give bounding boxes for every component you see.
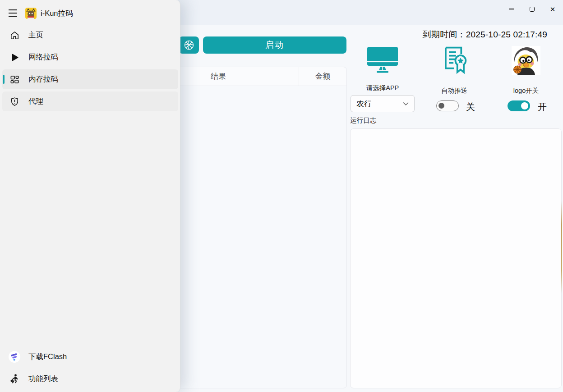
window-controls: ✕ bbox=[501, 0, 563, 20]
sidebar-bottom: 下载FClash 功能列表 bbox=[2, 347, 178, 389]
sidebar-item-download-fclash[interactable]: 下载FClash bbox=[2, 347, 178, 367]
sidebar-item-label: 主页 bbox=[28, 30, 43, 40]
play-icon bbox=[9, 52, 20, 63]
app-select-value: 农行 bbox=[356, 99, 372, 109]
auto-push-toggle[interactable] bbox=[436, 100, 459, 111]
maximize-icon bbox=[530, 7, 535, 12]
sidebar-nav: 主页 网络拉码 内存拉码 bbox=[2, 25, 178, 111]
fclash-icon bbox=[9, 351, 20, 363]
sidebar-item-memory-pull[interactable]: 内存拉码 bbox=[2, 69, 178, 89]
sidebar-item-label: 代理 bbox=[28, 96, 43, 106]
app-title: i-Kun拉码 bbox=[41, 9, 73, 18]
close-icon: ✕ bbox=[550, 6, 556, 13]
sidebar-item-feature-list[interactable]: 功能列表 bbox=[2, 369, 178, 389]
logo-switch-toggle[interactable] bbox=[508, 100, 530, 111]
app-logo-icon bbox=[25, 8, 37, 19]
app-window: ✕ 到期时间：2025-10-25 02:17:49 启动 结果 金额 bbox=[0, 0, 563, 392]
log-gold-accent bbox=[561, 201, 562, 293]
run-log-title: 运行日志 bbox=[350, 116, 376, 125]
home-icon bbox=[9, 30, 20, 41]
chevron-down-icon bbox=[403, 102, 409, 106]
auto-push-state: 关 bbox=[466, 101, 475, 113]
run-log-panel bbox=[350, 128, 562, 388]
basketball-player-icon bbox=[9, 374, 20, 384]
grid-icon bbox=[9, 74, 20, 85]
toggle-knob bbox=[521, 102, 528, 109]
minimize-button[interactable] bbox=[501, 0, 521, 18]
close-button[interactable]: ✕ bbox=[542, 0, 563, 18]
logo-switch-state: 开 bbox=[538, 101, 547, 113]
column-header-amount: 金额 bbox=[299, 67, 346, 86]
sidebar-item-network-pull[interactable]: 网络拉码 bbox=[2, 47, 178, 67]
app-select-dropdown[interactable]: 农行 bbox=[351, 95, 415, 112]
basketball-button[interactable] bbox=[179, 36, 199, 54]
app-select-title: 请选择APP bbox=[355, 84, 411, 92]
selected-indicator bbox=[3, 75, 5, 84]
expiry-time: 到期时间：2025-10-25 02:17:49 bbox=[423, 29, 547, 41]
sidebar-item-proxy[interactable]: 代理 bbox=[2, 91, 178, 111]
sidebar-item-label: 内存拉码 bbox=[28, 74, 58, 84]
shield-icon bbox=[9, 96, 20, 107]
sidebar-item-home[interactable]: 主页 bbox=[2, 25, 178, 45]
auto-push-title: 自动推送 bbox=[426, 87, 482, 95]
basketball-icon bbox=[183, 39, 195, 51]
expiry-label: 到期时间： bbox=[423, 30, 466, 39]
start-button[interactable]: 启动 bbox=[203, 36, 346, 54]
certificate-icon bbox=[439, 43, 471, 77]
sidebar-item-label: 功能列表 bbox=[28, 374, 58, 384]
avatar-image bbox=[512, 46, 540, 75]
monitor-icon bbox=[365, 46, 400, 75]
minimize-icon bbox=[509, 9, 514, 9]
sidebar-item-label: 网络拉码 bbox=[28, 52, 58, 62]
logo-switch-title: logo开关 bbox=[498, 87, 554, 95]
sidebar-item-label: 下载FClash bbox=[28, 352, 67, 362]
expiry-value: 2025-10-25 02:17:49 bbox=[466, 30, 547, 39]
toggle-knob bbox=[438, 103, 444, 109]
navigation-sidebar: i-Kun拉码 主页 网络拉码 bbox=[0, 0, 180, 392]
hamburger-menu-button[interactable] bbox=[7, 6, 21, 20]
maximize-button[interactable] bbox=[521, 0, 542, 18]
